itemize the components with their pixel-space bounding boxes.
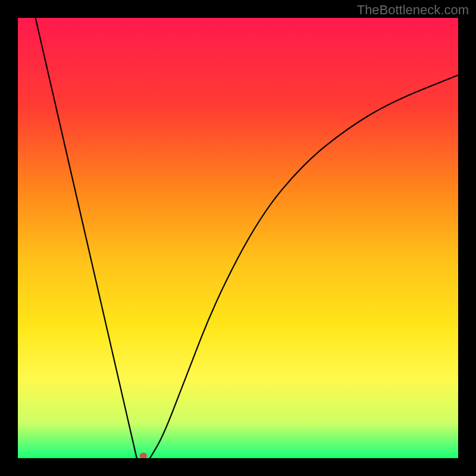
chart-curve (18, 18, 458, 458)
chart-plot-area (18, 18, 458, 458)
watermark-text: TheBottleneck.com (357, 2, 469, 18)
chart-marker (140, 453, 147, 458)
